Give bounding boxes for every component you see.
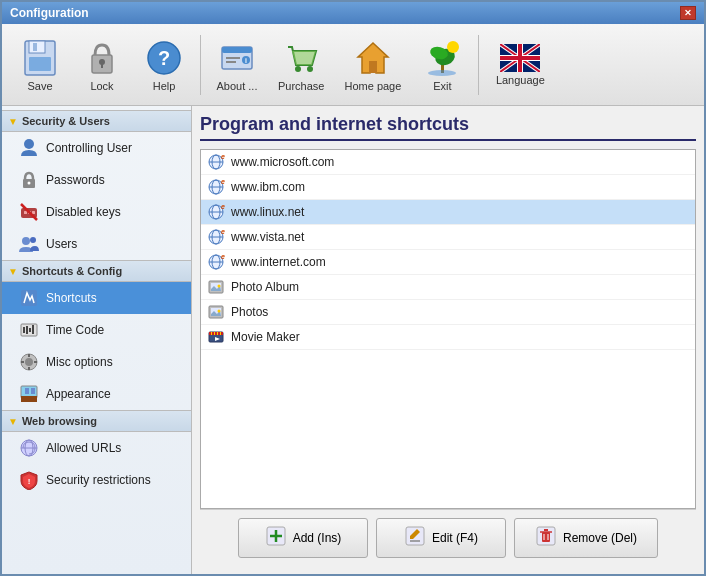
main-panel: Program and internet shortcuts e www.mic… [192, 106, 704, 574]
svg-point-42 [30, 237, 36, 243]
edit-button[interactable]: Edit (F4) [376, 518, 506, 558]
sidebar-item-time-code[interactable]: Time Code [2, 314, 191, 346]
security-restrictions-icon: ! [18, 469, 40, 491]
save-label: Save [27, 80, 52, 92]
exit-icon [422, 38, 462, 78]
svg-rect-48 [32, 325, 34, 334]
shortcut-linux-label: www.linux.net [231, 205, 304, 219]
svg-rect-10 [222, 47, 252, 53]
svg-rect-2 [29, 57, 51, 71]
section-collapse-icon: ▼ [8, 116, 18, 127]
shortcut-item-vista[interactable]: e www.vista.net [201, 225, 695, 250]
sidebar-item-disabled-keys[interactable]: Disabled keys [2, 196, 191, 228]
save-icon [20, 38, 60, 78]
sidebar-item-controlling-user[interactable]: Controlling User [2, 132, 191, 164]
svg-point-23 [428, 70, 456, 76]
shortcut-internet-label: www.internet.com [231, 255, 326, 269]
title-bar: Configuration ✕ [2, 2, 704, 24]
help-button[interactable]: ? Help [134, 33, 194, 97]
sidebar-item-users[interactable]: Users [2, 228, 191, 260]
lock-icon [82, 38, 122, 78]
security-restrictions-label: Security restrictions [46, 473, 151, 487]
users-label: Users [46, 237, 77, 251]
shortcut-item-ibm[interactable]: e www.ibm.com [201, 175, 695, 200]
edit-icon [404, 525, 426, 551]
shortcut-photo-album-label: Photo Album [231, 280, 299, 294]
add-button[interactable]: Add (Ins) [238, 518, 368, 558]
shortcut-item-internet[interactable]: e www.internet.com [201, 250, 695, 275]
bottom-bar: Add (Ins) Edit (F4) [200, 509, 696, 566]
shortcut-item-photo-album[interactable]: Photo Album [201, 275, 695, 300]
sidebar-item-passwords[interactable]: Passwords [2, 164, 191, 196]
remove-button[interactable]: Remove (Del) [514, 518, 658, 558]
sidebar-item-appearance[interactable]: Appearance [2, 378, 191, 410]
svg-rect-54 [31, 388, 35, 394]
ie-icon-vista: e [207, 228, 225, 246]
sidebar-item-misc-options[interactable]: Misc options [2, 346, 191, 378]
ie-icon-microsoft: e [207, 153, 225, 171]
appearance-label: Appearance [46, 387, 111, 401]
about-button[interactable]: i About ... [207, 33, 267, 97]
svg-rect-12 [226, 61, 236, 63]
ie-icon-internet: e [207, 253, 225, 271]
svg-text:e: e [221, 253, 225, 260]
shortcut-vista-label: www.vista.net [231, 230, 304, 244]
exit-button[interactable]: Exit [412, 33, 472, 97]
svg-rect-90 [220, 332, 221, 335]
svg-rect-87 [211, 332, 212, 335]
time-code-icon [18, 319, 40, 341]
lock-label: Lock [90, 80, 113, 92]
svg-rect-46 [26, 326, 28, 334]
remove-label: Remove (Del) [563, 531, 637, 545]
sidebar-item-security-restrictions[interactable]: ! Security restrictions [2, 464, 191, 496]
section-shortcuts-collapse-icon: ▼ [8, 266, 18, 277]
svg-rect-88 [214, 332, 215, 335]
sidebar-section-web-browsing: ▼ Web browsing [2, 410, 191, 432]
homepage-button[interactable]: Home page [335, 33, 410, 97]
svg-point-81 [218, 285, 221, 288]
shortcut-item-microsoft[interactable]: e www.microsoft.com [201, 150, 695, 175]
save-button[interactable]: Save [10, 33, 70, 97]
svg-point-16 [307, 66, 313, 72]
main-window: Configuration ✕ Save [0, 0, 706, 576]
sidebar-section-security-users: ▼ Security & Users [2, 110, 191, 132]
ie-icon-linux: e [207, 203, 225, 221]
shortcut-item-photos[interactable]: Photos [201, 300, 695, 325]
purchase-icon [281, 38, 321, 78]
help-label: Help [153, 80, 176, 92]
users-icon [18, 233, 40, 255]
ie-icon-ibm: e [207, 178, 225, 196]
svg-point-84 [218, 310, 221, 313]
lock-button[interactable]: Lock [72, 33, 132, 97]
svg-text:!: ! [28, 477, 31, 486]
purchase-button[interactable]: Purchase [269, 33, 333, 97]
shortcuts-icon [18, 287, 40, 309]
misc-options-label: Misc options [46, 355, 113, 369]
svg-point-22 [447, 41, 459, 53]
shortcut-item-movie-maker[interactable]: Movie Maker [201, 325, 695, 350]
controlling-user-icon [18, 137, 40, 159]
svg-text:?: ? [158, 47, 170, 69]
sidebar-item-allowed-urls[interactable]: Allowed URLs [2, 432, 191, 464]
movie-maker-icon [207, 328, 225, 346]
language-button[interactable]: Language [485, 40, 555, 90]
svg-rect-89 [217, 332, 218, 335]
disabled-keys-label: Disabled keys [46, 205, 121, 219]
photo-album-icon [207, 278, 225, 296]
svg-rect-52 [21, 396, 37, 402]
section-security-users-label: Security & Users [22, 115, 110, 127]
sidebar: ▼ Security & Users Controlling User [2, 106, 192, 574]
svg-text:e: e [221, 228, 225, 235]
shortcut-item-linux[interactable]: e www.linux.net [201, 200, 695, 225]
close-button[interactable]: ✕ [680, 6, 696, 20]
window-title: Configuration [10, 6, 89, 20]
separator-1 [200, 35, 201, 95]
svg-point-15 [295, 66, 301, 72]
sidebar-item-shortcuts[interactable]: Shortcuts [2, 282, 191, 314]
homepage-label: Home page [344, 80, 401, 92]
section-shortcuts-config-label: Shortcuts & Config [22, 265, 122, 277]
shortcut-microsoft-label: www.microsoft.com [231, 155, 334, 169]
svg-rect-3 [33, 43, 37, 51]
svg-point-33 [24, 139, 34, 149]
shortcuts-label: Shortcuts [46, 291, 97, 305]
